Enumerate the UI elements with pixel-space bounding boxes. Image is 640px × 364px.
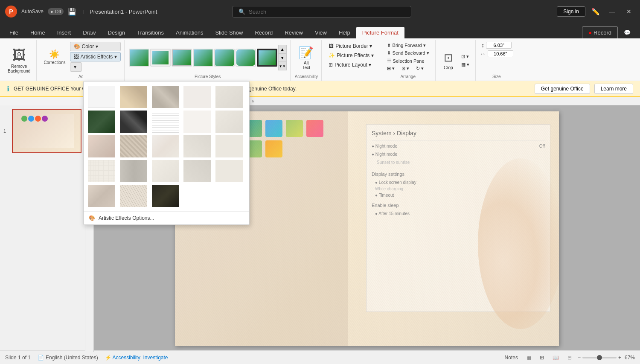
picture-border-label: Picture Border ▾ xyxy=(335,43,372,49)
edit-icon[interactable]: ✏️ xyxy=(590,6,602,17)
slide-thumbnail-1[interactable] xyxy=(12,109,81,153)
size-group-label: Size xyxy=(492,73,500,79)
ae-item-pencil-grayscale[interactable] xyxy=(119,85,148,109)
ae-item-cement[interactable] xyxy=(119,159,148,183)
tab-home[interactable]: Home xyxy=(24,27,51,38)
ae-item-paint-strokes[interactable] xyxy=(87,110,116,134)
ae-item-pencil-sketch[interactable] xyxy=(151,85,180,109)
crop-button[interactable]: ⊡ Crop xyxy=(440,50,457,72)
ae-item-line-drawing[interactable] xyxy=(151,110,180,134)
picture-effects-button[interactable]: ✨ Picture Effects ▾ xyxy=(326,51,376,60)
corrections-button[interactable]: ☀️ Corrections xyxy=(41,47,68,67)
ps-item-1[interactable] xyxy=(129,49,149,67)
styles-scroll-up[interactable]: ▲ xyxy=(278,45,287,53)
styles-scroll-down[interactable]: ▼ xyxy=(278,53,287,62)
ae-item-blank7[interactable] xyxy=(183,159,212,183)
ps-item-4[interactable] xyxy=(193,49,213,67)
ae-options-link[interactable]: 🎨 Artistic Effects Options... xyxy=(84,211,249,224)
ae-item-sketch[interactable] xyxy=(119,184,148,208)
tab-view[interactable]: View xyxy=(309,27,333,38)
ps-item-2[interactable] xyxy=(150,49,171,67)
ae-item-dark2[interactable] xyxy=(151,184,180,208)
tab-file[interactable]: File xyxy=(3,27,24,38)
tab-design[interactable]: Design xyxy=(102,27,131,38)
comment-button[interactable]: 💬 xyxy=(618,27,637,38)
get-office-button[interactable]: Get genuine Office xyxy=(535,84,590,94)
accessibility-indicator[interactable]: ⚡ Accessibility: Investigate xyxy=(105,355,168,361)
ps-item-5[interactable] xyxy=(214,49,235,67)
autosave-toggle[interactable]: ● Off xyxy=(48,8,64,15)
ae-item-mosaic[interactable] xyxy=(119,134,148,158)
record-button[interactable]: ● Record xyxy=(582,26,618,38)
crop-ratio-button[interactable]: ▦ ▾ xyxy=(459,61,472,68)
ae-item-chalk[interactable] xyxy=(151,134,180,158)
ae-item-chalk2[interactable] xyxy=(151,159,180,183)
ae-item-blank5[interactable] xyxy=(183,134,212,158)
notification-icon: ℹ xyxy=(7,85,9,93)
ae-item-watercolor[interactable] xyxy=(87,134,116,158)
ae-item-none[interactable] xyxy=(87,85,116,109)
tab-slideshow[interactable]: Slide Show xyxy=(209,27,249,38)
zoom-out-icon[interactable]: − xyxy=(578,355,581,361)
learn-more-button[interactable]: Learn more xyxy=(594,84,633,94)
ae-item-grid-texture[interactable] xyxy=(87,159,116,183)
align-button[interactable]: ⊞ ▾ xyxy=(384,65,397,72)
view-presenter-button[interactable]: ⊟ xyxy=(565,354,574,361)
ae-item-blank1[interactable] xyxy=(183,85,212,109)
bring-forward-button[interactable]: ⬆ Bring Forward ▾ xyxy=(384,42,428,49)
ae-item-blank4[interactable] xyxy=(215,110,244,134)
tab-transitions[interactable]: Transitions xyxy=(131,27,170,38)
tab-animations[interactable]: Animations xyxy=(170,27,209,38)
tab-help[interactable]: Help xyxy=(333,27,356,38)
width-input-row: ↔ xyxy=(480,50,513,57)
picture-layout-button[interactable]: ⊞ Picture Layout ▾ xyxy=(326,61,376,69)
width-input[interactable] xyxy=(488,50,513,57)
ae-item-blank2[interactable] xyxy=(215,85,244,109)
ae-item-blank3[interactable] xyxy=(183,110,212,134)
styles-expand[interactable]: ▼▼ xyxy=(278,62,287,70)
ribbon-group-background: 🖼 RemoveBackground xyxy=(2,40,37,81)
ae-options-label: Artistic Effects Options... xyxy=(99,215,154,221)
transparency-button[interactable]: ▾ xyxy=(70,62,82,72)
view-slide-sorter-button[interactable]: ⊞ xyxy=(537,354,547,361)
ps-item-7[interactable] xyxy=(257,49,277,67)
crop-shape-button[interactable]: ⊡ ▾ xyxy=(459,53,472,60)
zoom-in-icon[interactable]: + xyxy=(618,355,621,361)
tab-review[interactable]: Review xyxy=(279,27,309,38)
tab-record[interactable]: Record xyxy=(249,27,279,38)
group-button[interactable]: ⊡ ▾ xyxy=(399,65,412,72)
selection-pane-label: Selection Pane xyxy=(393,58,425,64)
ae-item-plastic[interactable] xyxy=(87,184,116,208)
status-right: Notes ▦ ⊞ 📖 ⊟ − + 67% xyxy=(502,354,635,361)
alt-text-button[interactable]: 📝 AltText xyxy=(296,44,316,72)
view-normal-button[interactable]: ▦ xyxy=(524,354,534,361)
tab-insert[interactable]: Insert xyxy=(51,27,77,38)
color-button[interactable]: 🎨 Color ▾ xyxy=(70,42,121,51)
ae-item-cutout[interactable] xyxy=(119,110,148,134)
search-box[interactable]: 🔍 xyxy=(232,6,411,17)
search-icon: 🔍 xyxy=(239,9,245,15)
selection-pane-icon: ☰ xyxy=(387,58,391,64)
ae-item-blank8[interactable] xyxy=(215,159,244,183)
zoom-slider[interactable]: − + xyxy=(578,355,621,361)
minimize-button[interactable]: — xyxy=(606,7,619,16)
signin-button[interactable]: Sign in xyxy=(557,6,585,17)
picture-border-button[interactable]: 🖼 Picture Border ▾ xyxy=(326,42,376,50)
slide-thumb-content xyxy=(13,110,81,152)
send-backward-button[interactable]: ⬇ Send Backward ▾ xyxy=(384,50,432,57)
remove-background-button[interactable]: 🖼 RemoveBackground xyxy=(5,46,33,75)
notes-button[interactable]: Notes xyxy=(502,354,521,361)
ps-item-3[interactable] xyxy=(172,49,192,67)
close-button[interactable]: ✕ xyxy=(623,7,635,16)
ae-item-blank6[interactable] xyxy=(215,134,244,158)
rotate-button[interactable]: ↻ ▾ xyxy=(413,65,426,72)
tab-picture-format[interactable]: Picture Format xyxy=(356,27,404,38)
height-input[interactable] xyxy=(486,42,512,49)
search-input[interactable] xyxy=(249,9,405,15)
tab-draw[interactable]: Draw xyxy=(77,27,102,38)
view-reading-button[interactable]: 📖 xyxy=(550,354,561,361)
selection-pane-button[interactable]: ☰ Selection Pane xyxy=(384,57,427,64)
artistic-effects-button[interactable]: 🖼 Artistic Effects ▾ xyxy=(70,52,121,61)
save-icon[interactable]: 💾 xyxy=(68,8,76,16)
ps-item-6[interactable] xyxy=(236,49,256,67)
